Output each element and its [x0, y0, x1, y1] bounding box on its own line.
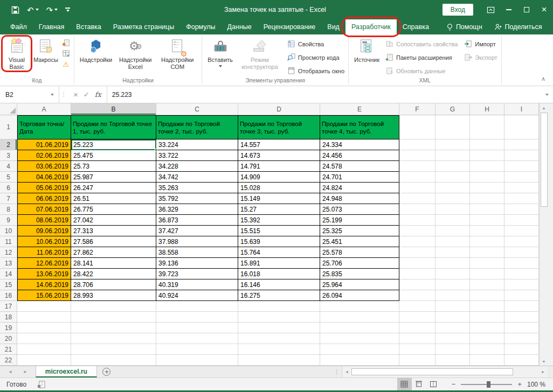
cell-I15[interactable]: [504, 279, 539, 290]
cell-E6[interactable]: 24.824: [320, 183, 399, 193]
cell-G4[interactable]: [436, 161, 470, 172]
cell-D19[interactable]: [238, 323, 320, 333]
cell-E7[interactable]: 24.948: [320, 193, 399, 204]
cell-E5[interactable]: 24.701: [320, 172, 399, 183]
tab-insert[interactable]: Вставка: [70, 19, 107, 34]
cell-C18[interactable]: [156, 312, 238, 323]
cell-G8[interactable]: [436, 204, 470, 215]
cell-D4[interactable]: 14.791: [238, 161, 320, 172]
cell-D10[interactable]: 15.515: [238, 226, 320, 236]
zoom-slider[interactable]: [461, 384, 512, 385]
tab-data[interactable]: Данные: [222, 19, 258, 34]
cell-A4[interactable]: 03.06.2019: [17, 161, 71, 172]
cell-A7[interactable]: 06.06.2019: [17, 193, 71, 204]
cell-D3[interactable]: 14.673: [238, 150, 320, 161]
cell-H7[interactable]: [470, 193, 504, 204]
cell-E14[interactable]: 25.835: [320, 269, 399, 279]
cell-A18[interactable]: [17, 312, 71, 323]
cell-B3[interactable]: 25.475: [71, 150, 156, 161]
cell-I10[interactable]: [504, 226, 539, 236]
column-header-B[interactable]: B: [71, 103, 156, 115]
export-button[interactable]: Экспорт: [464, 52, 497, 63]
row-header-5[interactable]: 5: [0, 172, 17, 183]
cell-C16[interactable]: 40.924: [156, 290, 238, 301]
display-window-button[interactable]: Отобразить окно: [287, 65, 344, 76]
row-header-19[interactable]: 19: [0, 323, 17, 333]
cell-F14[interactable]: [399, 269, 436, 279]
cell-B21[interactable]: [71, 344, 156, 355]
cell-F21[interactable]: [399, 344, 436, 355]
header-cell-C1[interactable]: Продажи по Торговой точке 2, тыс. руб.: [156, 115, 238, 139]
cell-E22[interactable]: [320, 355, 399, 366]
view-code-button[interactable]: Просмотр кода: [287, 52, 344, 63]
row-header-1[interactable]: 1: [0, 115, 17, 139]
cell-H14[interactable]: [470, 269, 504, 279]
cell-F19[interactable]: [399, 323, 436, 333]
cell-C20[interactable]: [156, 333, 238, 344]
cell-G14[interactable]: [436, 269, 470, 279]
source-button[interactable]: Источник: [351, 37, 382, 64]
cell-A6[interactable]: 05.06.2019: [17, 183, 71, 193]
cell-A3[interactable]: 02.06.2019: [17, 150, 71, 161]
row-header-10[interactable]: 10: [0, 226, 17, 236]
cell-C2[interactable]: 33.224: [156, 139, 238, 150]
formula-bar-drag-handle[interactable]: ⋮: [59, 86, 68, 103]
cell-I11[interactable]: [504, 236, 539, 247]
scroll-down-button[interactable]: ▼: [540, 357, 548, 366]
cell-I16[interactable]: [504, 290, 539, 301]
cell-F22[interactable]: [399, 355, 436, 366]
cell-A12[interactable]: 11.06.2019: [17, 247, 71, 258]
cell-A11[interactable]: 10.06.2019: [17, 236, 71, 247]
next-sheet-button[interactable]: ►: [23, 369, 27, 374]
tab-view[interactable]: Вид: [321, 19, 345, 34]
cell-C3[interactable]: 33.722: [156, 150, 238, 161]
cell-D14[interactable]: 16.018: [238, 269, 320, 279]
cell-G1[interactable]: [436, 115, 470, 139]
cell-A19[interactable]: [17, 323, 71, 333]
cell-B18[interactable]: [71, 312, 156, 323]
cell-H15[interactable]: [470, 279, 504, 290]
cell-F18[interactable]: [399, 312, 436, 323]
cell-C7[interactable]: 35.792: [156, 193, 238, 204]
cell-B19[interactable]: [71, 323, 156, 333]
row-header-3[interactable]: 3: [0, 150, 17, 161]
header-cell-D1[interactable]: Продажи по Торговой точке 3, тыс. руб.: [238, 115, 320, 139]
tab-page-layout[interactable]: Разметка страницы: [107, 19, 180, 34]
redo-button[interactable]: ↷: [44, 3, 61, 17]
column-header-I[interactable]: I: [504, 103, 539, 115]
cell-H18[interactable]: [470, 312, 504, 323]
cell-D17[interactable]: [238, 301, 320, 312]
header-cell-E1[interactable]: Продажи по Торговой точке 4, тыс. руб.: [320, 115, 399, 139]
cell-I3[interactable]: [504, 150, 539, 161]
row-header-17[interactable]: 17: [0, 301, 17, 312]
cell-B16[interactable]: 28.993: [71, 290, 156, 301]
cell-C14[interactable]: 39.723: [156, 269, 238, 279]
relative-references-button[interactable]: [62, 49, 70, 58]
tab-file[interactable]: Файл: [4, 19, 33, 34]
cell-G18[interactable]: [436, 312, 470, 323]
cell-D15[interactable]: 16.146: [238, 279, 320, 290]
cell-B13[interactable]: 28.141: [71, 258, 156, 269]
cell-D21[interactable]: [238, 344, 320, 355]
cell-A17[interactable]: [17, 301, 71, 312]
new-sheet-button[interactable]: +: [97, 366, 116, 377]
visual-basic-button[interactable]: Visual Basic: [3, 37, 31, 71]
cell-D13[interactable]: 15.891: [238, 258, 320, 269]
tab-share[interactable]: Поделиться: [488, 19, 548, 34]
row-header-12[interactable]: 12: [0, 247, 17, 258]
cell-E13[interactable]: 25.706: [320, 258, 399, 269]
cell-G12[interactable]: [436, 247, 470, 258]
cell-A20[interactable]: [17, 333, 71, 344]
zoom-out-button[interactable]: −: [448, 380, 459, 388]
cell-H3[interactable]: [470, 150, 504, 161]
column-header-A[interactable]: A: [17, 103, 71, 115]
cell-B15[interactable]: 28.706: [71, 279, 156, 290]
formula-input[interactable]: 25.223: [107, 86, 541, 103]
zoom-in-button[interactable]: +: [514, 380, 525, 388]
tab-assistant[interactable]: Помощн: [440, 19, 488, 34]
cell-A16[interactable]: 15.06.2019: [17, 290, 71, 301]
macro-security-button[interactable]: ⚠: [62, 60, 70, 68]
cell-F7[interactable]: [399, 193, 436, 204]
cell-E19[interactable]: [320, 323, 399, 333]
column-header-C[interactable]: C: [156, 103, 238, 115]
